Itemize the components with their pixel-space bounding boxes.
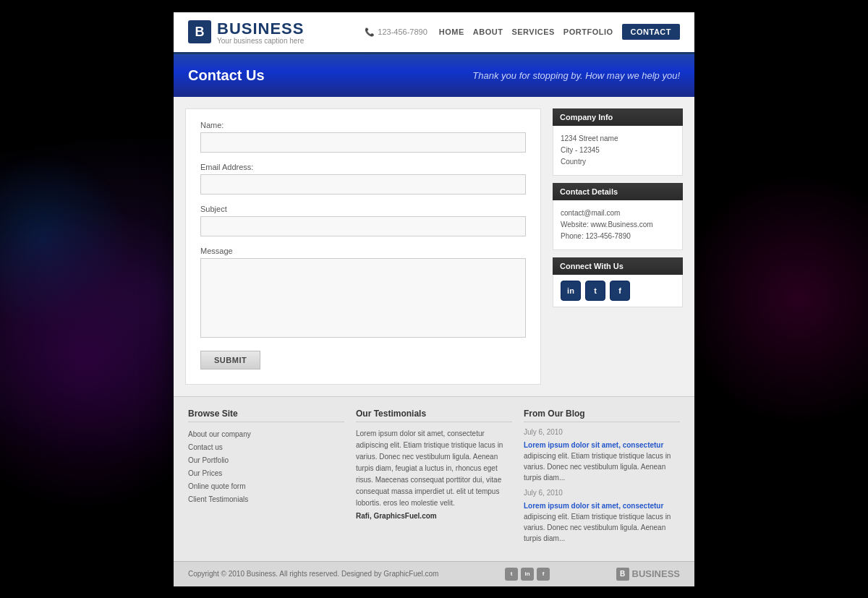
blog-date-0: July 6, 2010	[524, 428, 680, 436]
form-group-name: Name:	[200, 121, 526, 153]
footer: Browse Site About our company Contact us…	[174, 396, 694, 561]
footer-browse: Browse Site About our company Contact us…	[188, 409, 344, 550]
contact-phone: Phone: 123-456-7890	[561, 231, 675, 242]
header: B BUSINESS Your business caption here 📞 …	[174, 12, 694, 54]
sidebar-social: Connect With Us in t f	[553, 257, 683, 315]
subject-label: Subject	[200, 205, 526, 213]
nav-area: 📞 123-456-7890 HOME ABOUT SERVICES PORTF…	[365, 24, 680, 40]
blog-heading: From Our Blog	[524, 409, 680, 422]
footer-facebook-icon[interactable]: f	[537, 568, 550, 581]
footer-social-icons: t in f	[505, 568, 550, 581]
footer-twitter-icon[interactable]: t	[505, 568, 518, 581]
browse-link-2[interactable]: Our Portfolio	[188, 454, 344, 467]
phone-icon: 📞	[365, 27, 375, 37]
company-address: 1234 Street name	[561, 133, 675, 145]
nav-services[interactable]: SERVICES	[511, 27, 554, 36]
footer-bar: Copyright © 2010 Business. All rights re…	[174, 561, 694, 586]
nav-home[interactable]: HOME	[439, 27, 464, 36]
twitter-icon[interactable]: t	[585, 281, 605, 301]
footer-logo: B BUSINESS	[616, 568, 680, 581]
phone-area: 📞 123-456-7890	[365, 27, 427, 37]
name-label: Name:	[200, 121, 526, 129]
logo-subtitle: Your business caption here	[217, 37, 304, 45]
browse-link-1[interactable]: Contact us	[188, 441, 344, 454]
browse-heading: Browse Site	[188, 409, 344, 422]
banner: Contact Us Thank you for stopping by. Ho…	[174, 54, 694, 97]
form-group-email: Email Address:	[200, 163, 526, 195]
footer-linkedin-icon[interactable]: in	[521, 568, 534, 581]
testimonials-text: Lorem ipsum dolor sit amet, consectetur …	[356, 428, 512, 509]
logo-area: B BUSINESS Your business caption here	[188, 20, 304, 45]
nav-links: HOME ABOUT SERVICES PORTFOLIO CONTACT	[439, 24, 680, 40]
contact-content: contact@mail.com Website: www.Business.c…	[553, 200, 683, 250]
linkedin-icon[interactable]: in	[561, 281, 581, 301]
logo-icon: B	[188, 20, 211, 43]
copyright: Copyright © 2010 Business. All rights re…	[188, 570, 438, 578]
browse-link-4[interactable]: Online quote form	[188, 480, 344, 493]
blog-date-1: July 6, 2010	[524, 489, 680, 497]
company-heading: Company Info	[553, 108, 683, 126]
submit-button[interactable]: SUBMIT	[200, 351, 260, 370]
sidebar-contact: Contact Details contact@mail.com Website…	[553, 183, 683, 257]
blog-text-1: adipiscing elit. Etiam tristique tristiq…	[524, 511, 680, 544]
footer-testimonials: Our Testimonials Lorem ipsum dolor sit a…	[356, 409, 512, 550]
contact-heading: Contact Details	[553, 183, 683, 200]
testimonials-heading: Our Testimonials	[356, 409, 512, 422]
banner-title: Contact Us	[188, 67, 265, 84]
nav-portfolio[interactable]: PORTFOLIO	[563, 27, 613, 36]
form-group-subject: Subject	[200, 205, 526, 236]
company-city: City - 12345	[561, 145, 675, 156]
testimonials-author: Rafi, GraphicsFuel.com	[356, 512, 512, 520]
sidebar: Company Info 1234 Street name City - 123…	[553, 108, 683, 385]
social-icons-container: in t f	[553, 275, 683, 307]
email-input[interactable]	[200, 174, 526, 195]
nav-about[interactable]: ABOUT	[473, 27, 503, 36]
social-heading: Connect With Us	[553, 257, 683, 275]
phone-number: 123-456-7890	[378, 27, 427, 36]
footer-blog: From Our Blog July 6, 2010 Lorem ipsum d…	[524, 409, 680, 550]
facebook-icon[interactable]: f	[610, 281, 630, 301]
browse-link-3[interactable]: Our Prices	[188, 467, 344, 480]
contact-website: Website: www.Business.com	[561, 219, 675, 231]
blog-text-0: adipiscing elit. Etiam tristique tristiq…	[524, 450, 680, 483]
email-label: Email Address:	[200, 163, 526, 171]
blog-title-0[interactable]: Lorem ipsum dolor sit amet, consectetur	[524, 441, 663, 449]
form-group-message: Message	[200, 247, 526, 341]
footer-logo-icon: B	[616, 568, 629, 581]
name-input[interactable]	[200, 132, 526, 153]
subject-input[interactable]	[200, 216, 526, 236]
blog-title-1[interactable]: Lorem ipsum dolor sit amet, consectetur	[524, 502, 663, 510]
browse-link-0[interactable]: About our company	[188, 428, 344, 441]
nav-contact[interactable]: CONTACT	[622, 24, 680, 40]
message-label: Message	[200, 247, 526, 255]
form-section: Name: Email Address: Subject Message SUB…	[185, 108, 541, 385]
browse-link-5[interactable]: Client Testimonials	[188, 493, 344, 506]
content-area: Name: Email Address: Subject Message SUB…	[174, 97, 694, 396]
page-wrapper: B BUSINESS Your business caption here 📞 …	[174, 12, 694, 586]
logo-title: BUSINESS	[217, 20, 304, 38]
company-content: 1234 Street name City - 12345 Country	[553, 126, 683, 176]
company-country: Country	[561, 156, 675, 168]
sidebar-company: Company Info 1234 Street name City - 123…	[553, 108, 683, 183]
footer-logo-text: BUSINESS	[632, 568, 680, 579]
contact-email: contact@mail.com	[561, 208, 675, 219]
logo-text-area: BUSINESS Your business caption here	[217, 20, 304, 45]
banner-subtitle: Thank you for stopping by. How may we he…	[472, 70, 680, 81]
message-textarea[interactable]	[200, 258, 526, 338]
